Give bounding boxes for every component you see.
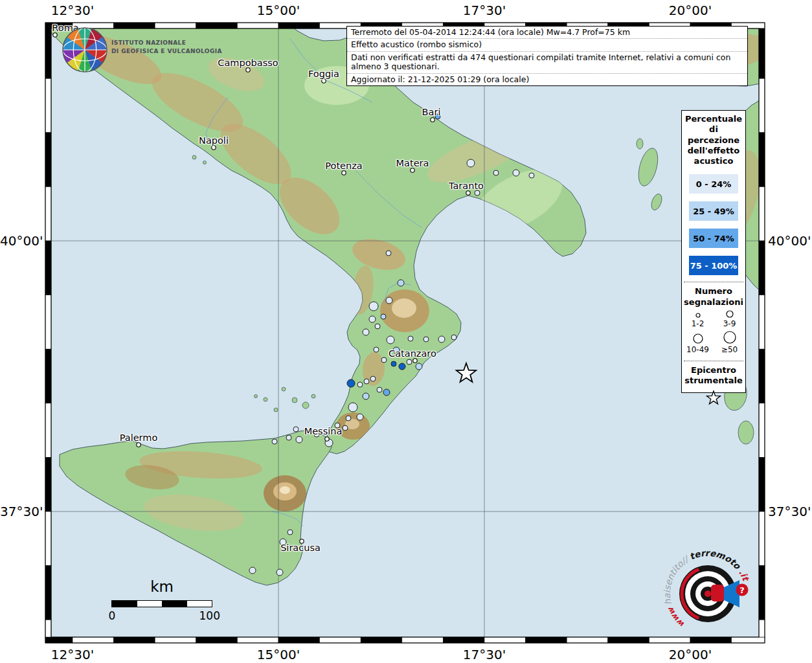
scale-bar-segment bbox=[162, 601, 187, 607]
ingv-logo bbox=[60, 25, 110, 75]
frame-segment bbox=[45, 511, 51, 566]
frame-segment bbox=[45, 295, 51, 350]
report-marker bbox=[493, 170, 499, 175]
city-label-catanzaro: Catanzaro bbox=[389, 348, 436, 359]
legend-signal-size: 3-9 bbox=[714, 309, 745, 328]
report-marker bbox=[399, 363, 405, 370]
report-marker bbox=[293, 427, 299, 432]
city-dot-palermo bbox=[137, 443, 141, 447]
scale-bar-start: 0 bbox=[109, 609, 116, 622]
report-marker bbox=[513, 170, 519, 176]
frame-segment bbox=[567, 637, 608, 643]
frame-segment bbox=[759, 133, 765, 187]
report-marker bbox=[416, 363, 422, 370]
legend-class-swatch: 50 - 74% bbox=[689, 229, 738, 248]
city-dot-catanzaro bbox=[413, 359, 417, 363]
lat-label-left: 40°00' bbox=[0, 233, 41, 249]
city-label-taranto: Taranto bbox=[449, 181, 484, 191]
frame-segment bbox=[608, 637, 649, 643]
frame-segment bbox=[45, 78, 51, 133]
report-marker bbox=[369, 302, 378, 311]
ingv-logo-line2: DI GEOFISICA E VULCANOLOGIA bbox=[111, 47, 222, 56]
frame-segment bbox=[484, 637, 526, 643]
frame-segment bbox=[73, 637, 114, 643]
city-dot-napoli bbox=[212, 146, 216, 150]
report-marker bbox=[357, 382, 363, 387]
report-marker bbox=[467, 159, 475, 167]
city-dot-foggia bbox=[322, 79, 326, 83]
city-dot-matera bbox=[411, 168, 414, 172]
scale-bar-end: 100 bbox=[199, 609, 220, 622]
legend-divider bbox=[684, 361, 743, 361]
legend-signal-sizes: 1-23-910-49≥50 bbox=[682, 309, 745, 354]
report-marker bbox=[407, 359, 412, 365]
report-marker bbox=[391, 361, 396, 366]
ingv-logo-line1: ISTITUTO NAZIONALE bbox=[111, 39, 222, 47]
frame-segment bbox=[45, 241, 51, 295]
frame-segment bbox=[526, 637, 567, 643]
lon-label-top: 17°30' bbox=[463, 3, 506, 18]
frame-segment bbox=[759, 241, 765, 295]
city-label-bari: Bari bbox=[422, 107, 441, 117]
legend-signal-size: 1-2 bbox=[682, 309, 714, 328]
legend-title: Percentuale di percezione dell'effetto a… bbox=[682, 114, 745, 166]
lat-label-left: 37°30' bbox=[0, 504, 41, 519]
signal-size-label: 10-49 bbox=[686, 345, 709, 354]
ingv-globe-icon bbox=[63, 28, 107, 72]
report-marker bbox=[249, 567, 256, 574]
scale-bar-segments bbox=[111, 600, 212, 607]
city-label-siracusa: Siracusa bbox=[280, 543, 321, 553]
city-label-messina: Messina bbox=[304, 426, 343, 436]
frame-segment bbox=[45, 403, 51, 458]
lon-label-top: 15°00' bbox=[257, 3, 300, 18]
info-effect: Effetto acustico (rombo sismico) bbox=[347, 39, 747, 51]
frame-segment bbox=[45, 349, 51, 403]
legend-class-list: 0 - 24%25 - 49%50 - 74%75 - 100% bbox=[682, 174, 745, 275]
signal-size-label: 3-9 bbox=[723, 319, 736, 328]
report-marker bbox=[296, 436, 302, 443]
frame-segment bbox=[759, 28, 765, 78]
report-marker bbox=[438, 336, 445, 343]
scale-bar-labels: 0 100 bbox=[112, 609, 212, 624]
legend-star-icon bbox=[705, 388, 723, 407]
legend-panel: Percentuale di percezione dell'effetto a… bbox=[681, 110, 746, 393]
frame-segment bbox=[759, 295, 765, 350]
report-marker bbox=[475, 190, 480, 196]
lon-label-top: 12°30' bbox=[51, 3, 94, 18]
report-marker bbox=[386, 297, 392, 304]
earthquake-info-box: Terremoto del 05-04-2014 12:24:44 (ora l… bbox=[346, 26, 748, 86]
frame-segment bbox=[45, 28, 51, 78]
city-dot-bari bbox=[431, 118, 434, 122]
report-marker bbox=[363, 393, 369, 399]
legend-class-swatch: 25 - 49% bbox=[689, 201, 738, 221]
city-dot-campobasso bbox=[246, 68, 250, 72]
frame-segment bbox=[443, 637, 484, 643]
info-disclaimer: Dati non verificati estratti da 474 ques… bbox=[347, 52, 747, 74]
frame-segment bbox=[278, 23, 320, 28]
frame-segment bbox=[759, 457, 765, 511]
watermark-center-dot bbox=[705, 590, 711, 597]
lon-label-top: 20°00' bbox=[669, 3, 712, 18]
epicenter-star-icon bbox=[682, 388, 745, 409]
frame-segment bbox=[278, 637, 320, 643]
frame-segment bbox=[45, 620, 51, 637]
frame-segment bbox=[45, 637, 73, 643]
city-dot-messina bbox=[325, 437, 329, 441]
report-marker bbox=[377, 387, 382, 392]
lon-label-bottom: 15°00' bbox=[257, 647, 300, 662]
lat-label-right: 40°00' bbox=[768, 233, 811, 249]
scale-bar-segment bbox=[112, 601, 137, 607]
frame-segment bbox=[759, 186, 765, 241]
city-label-matera: Matera bbox=[396, 158, 429, 168]
report-marker bbox=[343, 425, 348, 431]
ingv-logo-text: ISTITUTO NAZIONALE DI GEOFISICA E VULCAN… bbox=[111, 39, 222, 55]
scale-bar-unit: km bbox=[104, 578, 220, 595]
report-marker bbox=[374, 347, 379, 352]
frame-segment bbox=[45, 457, 51, 511]
frame-segment bbox=[759, 349, 765, 403]
report-marker bbox=[381, 314, 386, 319]
report-marker bbox=[357, 414, 363, 420]
report-marker bbox=[347, 379, 355, 387]
city-label-campobasso: Campobasso bbox=[218, 58, 278, 68]
legend-class-swatch: 0 - 24% bbox=[689, 174, 738, 194]
